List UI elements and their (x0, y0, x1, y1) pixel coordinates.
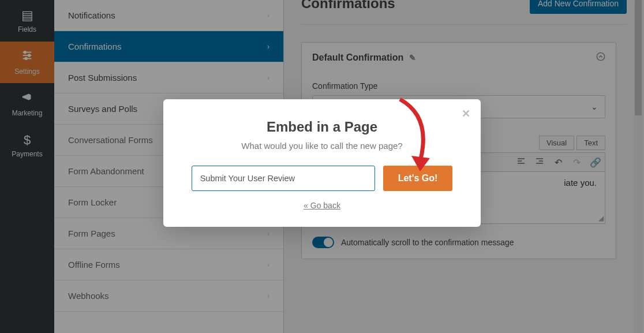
modal-subtitle: What would you like to call the new page… (191, 141, 453, 151)
modal-title: Embed in a Page (191, 119, 453, 135)
go-back-link[interactable]: « Go back (304, 201, 340, 210)
modal-overlay[interactable]: ✕ Embed in a Page What would you like to… (0, 0, 644, 333)
lets-go-button[interactable]: Let's Go! (383, 166, 453, 191)
close-icon[interactable]: ✕ (462, 107, 470, 120)
page-name-input[interactable] (192, 166, 375, 191)
embed-modal: ✕ Embed in a Page What would you like to… (163, 99, 481, 227)
